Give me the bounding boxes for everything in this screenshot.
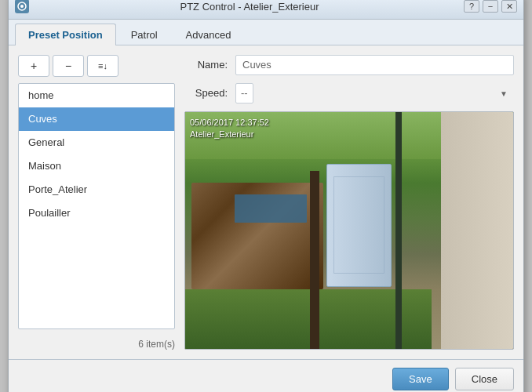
help-button[interactable]: ? xyxy=(464,0,479,13)
app-icon xyxy=(15,0,29,13)
left-panel: + − ≡↓ home Cuves General Maison Porte_A… xyxy=(18,55,175,350)
list-item[interactable]: General xyxy=(19,131,174,154)
camera-scene xyxy=(185,112,513,349)
close-window-button[interactable]: ✕ xyxy=(501,0,517,13)
camera-location: Atelier_Exterieur xyxy=(190,129,269,140)
camera-timestamp: 05/06/2017 12:37:52 xyxy=(190,117,269,129)
list-item[interactable]: Porte_Atelier xyxy=(19,178,174,201)
list-toolbar: + − ≡↓ xyxy=(18,55,175,77)
main-window: PTZ Control - Atelier_Exterieur ? − ✕ Pr… xyxy=(8,0,524,392)
name-row: Name: xyxy=(184,55,514,75)
window-controls: ? − ✕ xyxy=(464,0,517,13)
minimize-button[interactable]: − xyxy=(483,0,498,13)
tab-bar: Preset Position Patrol Advanced xyxy=(9,20,523,45)
tab-patrol[interactable]: Patrol xyxy=(118,24,171,45)
speed-row: Speed: -- xyxy=(184,83,514,103)
svg-point-1 xyxy=(20,5,24,8)
tarp xyxy=(235,194,307,223)
ibc-container xyxy=(326,164,392,287)
speed-select-wrapper: -- xyxy=(235,83,514,103)
save-button[interactable]: Save xyxy=(392,368,449,390)
speed-select[interactable]: -- xyxy=(235,83,253,103)
list-item[interactable]: Poulailler xyxy=(19,201,174,225)
item-count: 6 item(s) xyxy=(18,336,175,350)
tab-preset-position[interactable]: Preset Position xyxy=(15,24,116,45)
bottom-bar: Save Close xyxy=(9,359,523,393)
close-button[interactable]: Close xyxy=(455,368,514,390)
pole2 xyxy=(395,112,402,349)
camera-overlay: 05/06/2017 12:37:52 Atelier_Exterieur xyxy=(190,117,269,141)
preset-list: home Cuves General Maison Porte_Atelier … xyxy=(18,83,175,329)
camera-feed: 05/06/2017 12:37:52 Atelier_Exterieur xyxy=(184,111,514,350)
window-title: PTZ Control - Atelier_Exterieur xyxy=(35,1,464,13)
speed-label: Speed: xyxy=(184,87,228,99)
list-item[interactable]: Maison xyxy=(19,154,174,178)
add-button[interactable]: + xyxy=(18,55,49,77)
remove-button[interactable]: − xyxy=(53,55,84,77)
list-item[interactable]: home xyxy=(19,84,174,107)
title-bar: PTZ Control - Atelier_Exterieur ? − ✕ xyxy=(9,0,523,20)
list-item[interactable]: Cuves xyxy=(19,107,174,131)
right-wall xyxy=(441,112,513,349)
tab-advanced[interactable]: Advanced xyxy=(173,24,245,45)
pole xyxy=(310,171,320,349)
sort-button[interactable]: ≡↓ xyxy=(87,55,118,77)
main-content: + − ≡↓ home Cuves General Maison Porte_A… xyxy=(9,45,523,359)
ground-vegetation xyxy=(185,289,432,349)
right-panel: Name: Speed: -- xyxy=(184,55,514,350)
name-label: Name: xyxy=(184,59,228,71)
name-input[interactable] xyxy=(235,55,514,75)
